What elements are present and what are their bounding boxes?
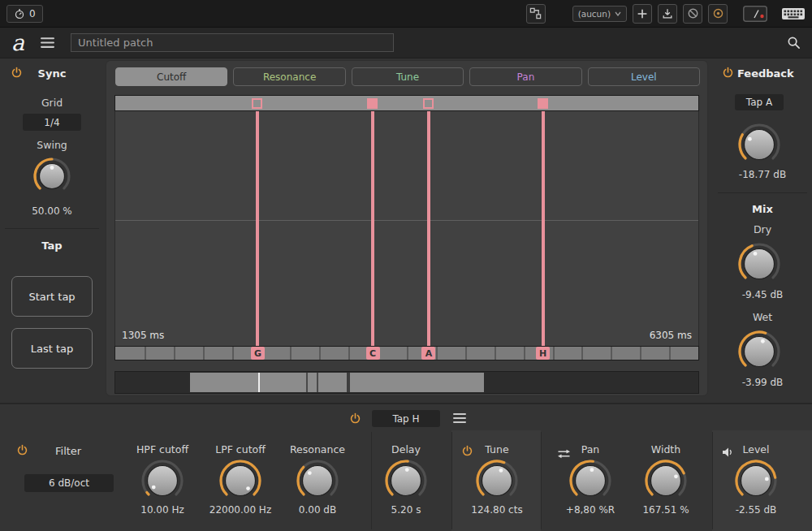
- record-icon: [712, 7, 724, 19]
- menu-icon: [41, 37, 54, 49]
- wet-knob[interactable]: [737, 330, 781, 373]
- preset-select[interactable]: (aucun): [572, 6, 627, 22]
- axis-tick: [174, 347, 175, 360]
- tab-resonance[interactable]: Resonance: [233, 67, 345, 86]
- virtual-keyboard-button[interactable]: [781, 6, 806, 22]
- feedback-title: Feedback: [737, 67, 794, 80]
- overview-window[interactable]: [190, 373, 484, 392]
- lpf-cutoff-knob[interactable]: [218, 459, 262, 503]
- tap-handle-strip[interactable]: [114, 95, 699, 111]
- plus-icon: [637, 8, 648, 19]
- tab-tune[interactable]: Tune: [352, 67, 464, 86]
- save-preset-button[interactable]: [658, 4, 677, 24]
- grid-value-select[interactable]: 1/4: [23, 114, 81, 131]
- record-button[interactable]: [708, 4, 728, 24]
- level-value: -2.55 dB: [736, 504, 777, 516]
- tap-handle-a[interactable]: [423, 98, 434, 109]
- toolbar-right-group: (aucun): [526, 4, 806, 24]
- tap-line-h[interactable]: [542, 111, 545, 346]
- hpf-cutoff-control: HPF cutoff 10.00 Hz: [118, 443, 207, 516]
- tap-handle-h[interactable]: [538, 98, 548, 109]
- axis-tick: [495, 347, 496, 360]
- overview-bar[interactable]: [114, 371, 699, 394]
- axis-tick: [203, 347, 205, 360]
- time-start-label: 1305 ms: [122, 330, 164, 341]
- chevron-down-icon: [615, 11, 621, 16]
- tab-cutoff[interactable]: Cutoff: [115, 67, 227, 86]
- tap-menu-button[interactable]: [453, 412, 466, 427]
- bypass-button[interactable]: [683, 4, 702, 24]
- add-preset-button[interactable]: [633, 4, 652, 24]
- wet-value: -3.99 dB: [713, 377, 812, 388]
- tap-label-h[interactable]: H: [536, 347, 550, 360]
- feedback-knob[interactable]: [737, 123, 781, 166]
- tab-pan[interactable]: Pan: [469, 67, 581, 86]
- width-value: 167.51 %: [642, 504, 689, 516]
- pan-knob[interactable]: [568, 459, 612, 503]
- filter-power-button[interactable]: [16, 444, 28, 460]
- tap-label-g[interactable]: G: [251, 347, 265, 360]
- resonance-knob[interactable]: [296, 459, 339, 503]
- tune-knob[interactable]: [475, 459, 519, 503]
- last-tap-button[interactable]: Last tap: [11, 328, 93, 369]
- axis-tick: [669, 347, 671, 360]
- tap-label-c[interactable]: C: [366, 347, 380, 360]
- time-axis[interactable]: GCAH: [114, 346, 699, 360]
- level-knob[interactable]: [734, 459, 778, 503]
- top-toolbar: 0 (aucun): [0, 0, 812, 28]
- tap-handle-g[interactable]: [252, 98, 262, 109]
- axis-tick: [465, 347, 467, 360]
- pan-label: Pan: [581, 443, 600, 457]
- feedback-tap-select[interactable]: Tap A: [735, 94, 784, 110]
- power-icon: [349, 412, 361, 425]
- tab-level[interactable]: Level: [588, 67, 700, 86]
- axis-tick: [436, 347, 438, 360]
- pan-value: +8,80 %R: [566, 504, 615, 516]
- axis-tick: [232, 347, 234, 360]
- tap-line-a[interactable]: [427, 111, 430, 346]
- menu-icon: [453, 412, 466, 424]
- dry-value: -9.45 dB: [713, 289, 812, 300]
- main-menu-button[interactable]: [41, 37, 54, 49]
- output-meter: [743, 6, 767, 22]
- patch-name-input[interactable]: [71, 33, 394, 52]
- tap-power-button[interactable]: [349, 412, 361, 428]
- swing-knob[interactable]: [32, 157, 71, 196]
- tune-label: Tune: [485, 443, 508, 457]
- filter-label: Filter: [55, 445, 81, 457]
- sync-title: Sync: [0, 67, 104, 80]
- level-control: Level -2.55 dB: [711, 443, 801, 516]
- resonance-label: Resonance: [290, 443, 345, 457]
- hpf-cutoff-label: HPF cutoff: [136, 443, 188, 457]
- timer-button[interactable]: 0: [6, 5, 43, 23]
- delay-value: 5.20 s: [391, 504, 421, 516]
- delay-knob[interactable]: [384, 459, 428, 503]
- delay-label: Delay: [391, 443, 421, 457]
- start-tap-button[interactable]: Start tap: [11, 276, 93, 317]
- filter-slope-select[interactable]: 6 dB/oct: [24, 474, 114, 492]
- feedback-power-button[interactable]: [722, 67, 734, 82]
- feedback-value: -18.77 dB: [713, 169, 812, 180]
- tap-line-c[interactable]: [371, 111, 374, 346]
- routing-button[interactable]: [526, 4, 546, 24]
- overview-marker: [306, 373, 308, 392]
- zoom-button[interactable]: [787, 36, 801, 50]
- plugin-window: 0 (aucun): [0, 0, 812, 531]
- width-knob[interactable]: [644, 459, 688, 503]
- dry-knob[interactable]: [737, 242, 781, 286]
- tap-handle-c[interactable]: [367, 98, 378, 109]
- axis-tick: [348, 347, 350, 360]
- axis-tick: [319, 347, 321, 360]
- axis-tick: [145, 347, 146, 360]
- power-icon: [16, 444, 28, 456]
- tap-line-g[interactable]: [256, 111, 259, 346]
- axis-tick: [524, 347, 525, 360]
- hpf-cutoff-knob[interactable]: [140, 459, 184, 503]
- tap-label-a[interactable]: A: [421, 347, 435, 360]
- axis-tick: [611, 347, 612, 360]
- wet-label: Wet: [713, 311, 812, 323]
- tap-select[interactable]: Tap H: [372, 410, 440, 427]
- tap-title: Tap: [0, 240, 104, 252]
- plot-area[interactable]: 1305 ms 6305 ms: [114, 111, 699, 346]
- preset-select-value: (aucun): [578, 9, 611, 19]
